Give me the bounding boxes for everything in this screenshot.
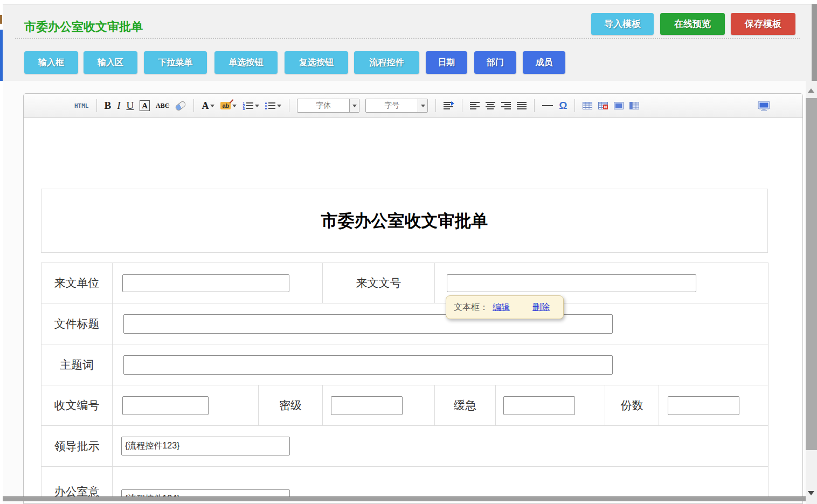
cell-receipt-no bbox=[113, 385, 259, 426]
office-opinion-input[interactable] bbox=[121, 489, 290, 497]
italic-button[interactable]: I bbox=[117, 100, 120, 112]
header-divider bbox=[15, 38, 800, 39]
widget-flow-control-button[interactable]: 流程控件 bbox=[354, 51, 419, 74]
font-family-select[interactable]: 字体 bbox=[297, 99, 359, 113]
label-office-opinion: 办公室意 bbox=[41, 467, 113, 498]
align-right-button[interactable] bbox=[501, 102, 511, 109]
html-source-button[interactable]: HTML bbox=[74, 102, 89, 109]
widget-date-button[interactable]: 日期 bbox=[426, 51, 467, 74]
toolbar-separator bbox=[193, 99, 194, 112]
remove-format-button[interactable] bbox=[175, 103, 186, 109]
horizontal-rule-icon bbox=[542, 105, 553, 106]
underline-button[interactable]: U bbox=[127, 100, 134, 112]
window-top-edge bbox=[0, 0, 817, 4]
fullscreen-button[interactable] bbox=[758, 101, 770, 111]
eraser-icon bbox=[175, 100, 187, 112]
edit-link[interactable]: 编辑 bbox=[493, 302, 510, 313]
monitor-icon bbox=[758, 101, 770, 111]
online-preview-button[interactable]: 在线预览 bbox=[660, 13, 725, 35]
background-window-sliver-right bbox=[812, 4, 817, 81]
cell-copies bbox=[659, 385, 768, 426]
chevron-down-icon bbox=[232, 105, 237, 107]
background-window-sliver-left bbox=[0, 0, 3, 504]
delete-link[interactable]: 删除 bbox=[532, 302, 550, 313]
toolbar-separator bbox=[435, 99, 436, 112]
widget-department-button[interactable]: 部门 bbox=[474, 51, 516, 74]
table-row: 主题词 bbox=[41, 344, 768, 385]
align-center-icon bbox=[486, 102, 495, 109]
delete-table-button[interactable] bbox=[598, 102, 608, 109]
form-title-box: 市委办公室收文审批单 bbox=[41, 189, 768, 253]
select-arrow-button[interactable] bbox=[349, 99, 359, 112]
table-row: 办公室意 bbox=[41, 467, 768, 498]
table-properties-button[interactable] bbox=[614, 102, 624, 109]
form-table: 来文单位 来文文号 文件标题 主题词 bbox=[41, 263, 768, 497]
highlight-color-button[interactable]: ab bbox=[220, 102, 237, 109]
strikethrough-button[interactable]: ABC bbox=[156, 102, 169, 110]
select-arrow-button[interactable] bbox=[418, 99, 427, 112]
chevron-down-icon bbox=[210, 105, 214, 107]
doc-number-input[interactable] bbox=[447, 274, 696, 292]
widget-member-button[interactable]: 成员 bbox=[523, 51, 565, 74]
table-delete-icon bbox=[598, 102, 608, 109]
keywords-input[interactable] bbox=[123, 355, 613, 375]
chevron-down-icon bbox=[421, 105, 425, 107]
align-left-icon bbox=[470, 102, 480, 109]
sliver-blue-segment bbox=[0, 30, 3, 81]
indent-button[interactable] bbox=[444, 102, 454, 109]
widget-dropdown-button[interactable]: 下拉菜单 bbox=[144, 51, 207, 74]
security-level-input[interactable] bbox=[331, 396, 403, 415]
font-color-button[interactable]: A bbox=[202, 100, 214, 112]
leader-instructions-input[interactable] bbox=[121, 437, 290, 455]
copies-input[interactable] bbox=[668, 396, 739, 415]
scroll-up-arrow-icon[interactable] bbox=[808, 88, 814, 93]
widget-input-box-button[interactable]: 输入框 bbox=[24, 51, 78, 74]
ordered-list-button[interactable] bbox=[243, 102, 259, 109]
sliver-icon bbox=[0, 15, 2, 24]
align-left-button[interactable] bbox=[470, 102, 480, 109]
scroll-down-arrow-icon[interactable] bbox=[808, 491, 814, 495]
rich-text-editor: HTML B I U A ABC A ab bbox=[23, 93, 803, 504]
source-unit-input[interactable] bbox=[122, 274, 289, 292]
receipt-no-input[interactable] bbox=[122, 396, 209, 415]
font-family-value: 字体 bbox=[297, 101, 349, 111]
special-char-button[interactable]: Ω bbox=[559, 100, 567, 111]
font-color-icon: A bbox=[202, 100, 209, 112]
label-leader-instructions: 领导批示 bbox=[41, 426, 113, 467]
widget-tooltip: 文本框： 编辑 删除 bbox=[446, 295, 564, 319]
import-template-button[interactable]: 导入模板 bbox=[591, 13, 654, 35]
toolbar-separator bbox=[534, 99, 535, 112]
toolbar-separator bbox=[96, 99, 97, 112]
vertical-scrollbar[interactable] bbox=[806, 81, 817, 504]
editor-toolbar: HTML B I U A ABC A ab bbox=[24, 94, 802, 118]
cell-source-unit bbox=[113, 263, 323, 303]
table-icon bbox=[583, 102, 592, 109]
cell-properties-button[interactable] bbox=[629, 102, 639, 109]
header: 市委办公室收文审批单 导入模板 在线预览 保存模板 输入框 输入区 下拉菜单 单… bbox=[3, 5, 812, 81]
font-size-value: 字号 bbox=[366, 101, 418, 111]
label-doc-number: 来文文号 bbox=[323, 263, 435, 303]
horizontal-rule-button[interactable] bbox=[542, 105, 553, 106]
cell-office-opinion bbox=[113, 467, 768, 498]
label-security-level: 密级 bbox=[259, 385, 323, 426]
align-justify-button[interactable] bbox=[517, 102, 527, 109]
unordered-list-icon bbox=[265, 102, 275, 109]
urgency-input[interactable] bbox=[503, 396, 575, 415]
font-style-icon[interactable]: A bbox=[140, 100, 150, 111]
unordered-list-button[interactable] bbox=[265, 102, 281, 109]
bold-button[interactable]: B bbox=[105, 100, 112, 112]
toolbar-separator bbox=[462, 99, 462, 112]
form-title: 市委办公室收文审批单 bbox=[321, 210, 488, 232]
insert-table-button[interactable] bbox=[583, 102, 592, 109]
font-size-select[interactable]: 字号 bbox=[365, 99, 428, 113]
label-copies: 份数 bbox=[605, 385, 659, 426]
align-center-button[interactable] bbox=[486, 102, 495, 109]
editor-canvas[interactable]: 市委办公室收文审批单 来文单位 来文文号 bbox=[24, 118, 802, 497]
widget-radio-button[interactable]: 单选按钮 bbox=[214, 51, 278, 74]
widget-checkbox-button[interactable]: 复选按钮 bbox=[285, 51, 348, 74]
save-template-button[interactable]: 保存模板 bbox=[731, 13, 795, 35]
scrollbar-thumb[interactable] bbox=[806, 98, 817, 450]
tooltip-label: 文本框： bbox=[454, 302, 488, 313]
widget-input-area-button[interactable]: 输入区 bbox=[84, 51, 137, 74]
table-properties-icon bbox=[614, 102, 624, 109]
